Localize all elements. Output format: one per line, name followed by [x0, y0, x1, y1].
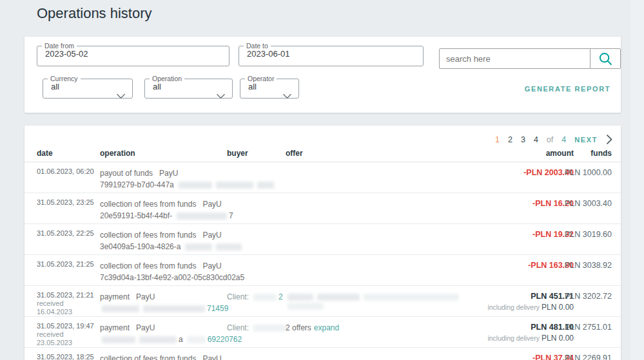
table-row: 31.05.2023, 23:25collection of fees from…: [24, 193, 621, 224]
page-button-3[interactable]: 3: [521, 135, 525, 144]
date-from-value[interactable]: 2023-05-02: [37, 49, 229, 59]
currency-label: Currency: [48, 75, 81, 82]
redacted-text: [188, 336, 206, 343]
table-row: 31.05.2023, 22:25collection of fees from…: [24, 224, 621, 255]
next-page-button[interactable]: NEXT: [574, 136, 598, 144]
text-segment: 7c39d04a-13bf-4e92-a002-05c830cd02a5: [100, 273, 244, 282]
cell-operation: paymentPayUa69220762: [100, 323, 239, 344]
redacted-text: [288, 303, 324, 310]
redacted-text: [253, 294, 277, 301]
operation-select[interactable]: Operation all: [144, 75, 233, 99]
redacted-text: [177, 213, 227, 220]
redacted-text: [257, 182, 274, 189]
text-segment: 69220762: [208, 335, 242, 344]
text-segment: 2: [278, 292, 283, 301]
cell-amount: PLN 451.71including deliveryPLN 0.00: [487, 292, 574, 312]
redacted-text: [216, 243, 242, 251]
operation-id: 7c39d04a-13bf-4e92-a002-05c830cd02a5: [100, 273, 239, 282]
operator-name: PayU: [136, 292, 155, 301]
operation-id: a69220762: [100, 335, 239, 344]
table-row: 31.05.2023, 18:25collection of fees from…: [24, 348, 621, 360]
currency-select[interactable]: Currency all: [43, 75, 133, 99]
generate-report-button[interactable]: GENERATE REPORT: [521, 84, 614, 93]
cell-date: 31.05.2023, 19:47received 23.05.2023: [37, 322, 99, 347]
header-offer: offer: [286, 149, 498, 158]
cell-funds: PLN 3038.92: [565, 261, 612, 270]
page-button-4[interactable]: 4: [534, 135, 538, 144]
redacted-text: [185, 243, 212, 251]
redacted-text: [102, 305, 139, 312]
operator-name: PayU: [159, 169, 178, 178]
cell-funds: PLN 2269.91: [565, 354, 612, 360]
pagination: 1234 of 4 NEXT: [495, 134, 612, 145]
text-segment: 3e0409a5-190a-4826-a: [100, 242, 181, 251]
cell-funds: PLN 3019.60: [565, 230, 612, 239]
cell-funds: PLN 3003.40: [565, 199, 612, 208]
redacted-text: [102, 336, 135, 343]
cell-funds: PLN 1000.00: [565, 168, 612, 177]
redacted-text: [139, 336, 177, 343]
redacted-text: [143, 305, 205, 312]
operator-name: PayU: [202, 231, 221, 240]
pagination-pages: 1234: [495, 135, 538, 144]
text-segment: Client:: [227, 292, 249, 301]
cell-date: 31.05.2023, 21:25: [37, 260, 99, 269]
page-button-2[interactable]: 2: [508, 135, 512, 144]
cell-operation: collection of fees from fundsPayU3e0409a…: [100, 231, 239, 251]
text-segment: 71459: [207, 304, 228, 313]
operator-label: Operator: [245, 75, 277, 82]
text-segment: 7: [229, 211, 233, 220]
delivery-amount: including deliveryPLN 0.00: [487, 303, 574, 312]
cell-operation: collection of fees from fundsPayU: [100, 354, 239, 360]
header-date: date: [37, 149, 99, 158]
operation-label: Operation: [150, 75, 184, 82]
cell-operation: collection of fees from fundsPayU7c39d04…: [100, 261, 239, 282]
delivery-amount: including deliveryPLN 0.00: [487, 334, 574, 343]
redacted-text: [253, 325, 287, 332]
header-amount: amount: [546, 149, 574, 158]
chevron-down-icon: [282, 90, 292, 102]
chevron-down-icon: [116, 90, 126, 102]
cell-date: 01.06.2023, 06:20: [37, 167, 99, 176]
table-row: 01.06.2023, 06:20payout of fundsPayU7991…: [24, 162, 621, 193]
text-segment: 79919279-b7d0-447a: [100, 180, 174, 189]
cell-funds: PLN 2751.01: [565, 323, 612, 332]
operator-select[interactable]: Operator all: [240, 75, 299, 99]
operation-id: 3e0409a5-190a-4826-a: [100, 242, 239, 251]
cell-offer: 2 offersexpand: [286, 323, 498, 332]
redacted-text: [317, 294, 360, 301]
operation-id: 79919279-b7d0-447a: [100, 180, 239, 189]
text-segment: Client:: [227, 323, 249, 332]
date-to-label: Date to: [244, 43, 271, 49]
pagination-total: 4: [561, 135, 566, 144]
header-funds: funds: [590, 149, 612, 158]
operator-name: PayU: [202, 200, 221, 209]
redacted-text: [179, 182, 212, 189]
date-to-value[interactable]: 2023-06-01: [239, 49, 423, 59]
search-input[interactable]: [439, 48, 590, 69]
operator-name: PayU: [202, 261, 221, 270]
redacted-text: [364, 294, 459, 301]
expand-link[interactable]: expand: [314, 323, 339, 332]
chevron-right-icon[interactable]: [606, 134, 612, 145]
operator-name: PayU: [202, 354, 221, 360]
header-operation: operation: [100, 149, 239, 158]
cell-date: 31.05.2023, 21:21received 16.04.2023: [37, 291, 99, 316]
date-from-field[interactable]: Date from 2023-05-02: [37, 43, 229, 66]
cell-operation: paymentPayU71459: [100, 292, 239, 313]
date-from-label: Date from: [42, 43, 77, 49]
table-row: 31.05.2023, 21:21received 16.04.2023paym…: [24, 286, 621, 317]
operation-id: 71459: [100, 304, 239, 313]
scrollbar[interactable]: [630, 0, 644, 360]
date-to-field[interactable]: Date to 2023-06-01: [239, 43, 424, 66]
cell-buyer: Client:2: [227, 292, 285, 301]
cell-offer: [286, 292, 498, 310]
page-button-1[interactable]: 1: [495, 135, 500, 144]
cell-date: 31.05.2023, 22:25: [37, 229, 99, 238]
search-icon: [598, 51, 614, 67]
text-segment: 2 offers: [286, 323, 311, 332]
cell-operation: collection of fees from fundsPayU20e5919…: [100, 200, 239, 220]
search-button[interactable]: [590, 48, 621, 69]
filters-panel: Date from 2023-05-02 Date to 2023-06-01 …: [24, 37, 621, 113]
operation-id: 20e59191-5b4f-44bf-7: [100, 211, 239, 220]
